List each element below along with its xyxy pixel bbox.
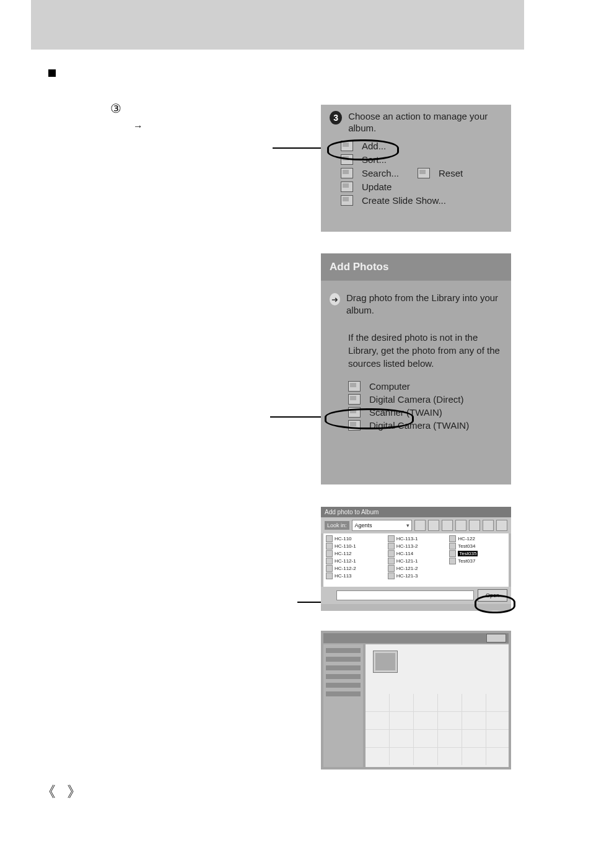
action-label: Create Slide Show... — [362, 195, 446, 206]
file-item[interactable]: HC-112-1 — [326, 558, 383, 564]
source-icon — [348, 394, 361, 405]
action-search[interactable]: Search... — [341, 168, 399, 178]
pointer-line-1 — [273, 147, 322, 149]
file-label: Test037 — [458, 558, 475, 564]
file-icon — [388, 558, 395, 564]
toolbar-btn[interactable] — [414, 520, 426, 531]
double-angle-right: 》 — [67, 782, 82, 802]
file-item[interactable]: HC-110-1 — [326, 543, 383, 550]
source-scanner-twain[interactable]: Scanner (TWAIN) — [348, 407, 501, 418]
file-label: HC-121-1 — [396, 558, 418, 564]
action-label: Sort... — [362, 154, 387, 165]
bullet-icon — [48, 69, 56, 77]
action-icon — [341, 182, 353, 192]
file-item[interactable]: HC-121-2 — [388, 565, 445, 572]
source-icon — [348, 420, 361, 431]
file-icon — [388, 543, 395, 550]
sidebar-item[interactable] — [326, 683, 361, 688]
file-label: HC-112-2 — [335, 566, 356, 571]
action-icon — [341, 141, 353, 151]
file-icon — [388, 565, 395, 572]
sidebar-item[interactable] — [326, 665, 361, 670]
sidebar-item[interactable] — [326, 657, 361, 662]
file-item[interactable]: Test037 — [449, 558, 506, 564]
file-item[interactable]: Test034 — [449, 543, 506, 550]
step-badge-icon: 3 — [330, 111, 342, 125]
file-icon — [326, 535, 333, 542]
file-item[interactable]: HC-113-1 — [388, 535, 445, 542]
file-icon — [326, 558, 333, 564]
file-icon — [388, 535, 395, 542]
album-sidebar — [323, 644, 363, 767]
panel2-header: Add Photos — [321, 253, 511, 281]
action-sort[interactable]: Sort... — [341, 154, 504, 165]
file-item[interactable]: HC-110 — [326, 535, 383, 542]
double-angle-left: 《 — [41, 782, 56, 802]
action-reset[interactable]: Reset — [418, 168, 463, 178]
file-item[interactable]: HC-121-3 — [388, 572, 445, 579]
album-canvas[interactable] — [366, 644, 509, 767]
folder-select[interactable]: Agents — [352, 520, 412, 531]
sidebar-item[interactable] — [326, 691, 361, 696]
file-item[interactable]: HC-113 — [326, 572, 383, 579]
toolbar-btn[interactable] — [428, 520, 439, 531]
action-label: Reset — [439, 168, 463, 178]
file-list[interactable]: HC-110 HC-110-1 HC-112 HC-112-1 HC-112-2… — [323, 533, 509, 587]
panel1-title: Choose an action to manage your album. — [348, 111, 504, 134]
source-label: Digital Camera (TWAIN) — [369, 420, 469, 431]
file-item[interactable]: HC-112 — [326, 550, 383, 557]
source-label: Digital Camera (Direct) — [369, 394, 464, 405]
album-toolbar-dropdown[interactable] — [486, 634, 506, 642]
file-icon — [326, 550, 333, 557]
file-icon — [449, 550, 456, 557]
source-camera-twain[interactable]: Digital Camera (TWAIN) — [348, 420, 501, 431]
action-icon — [418, 168, 430, 178]
action-icon — [341, 168, 353, 178]
source-icon — [348, 381, 361, 392]
file-item[interactable]: HC-113-2 — [388, 543, 445, 550]
toolbar-btn[interactable] — [483, 520, 494, 531]
sidebar-item[interactable] — [326, 648, 361, 653]
source-camera-direct[interactable]: Digital Camera (Direct) — [348, 394, 501, 405]
file-icon — [326, 543, 333, 550]
file-label: HC-113-2 — [396, 543, 418, 549]
action-add[interactable]: Add... — [341, 141, 504, 151]
source-computer[interactable]: Computer — [348, 381, 501, 392]
file-icon — [388, 572, 395, 579]
sidebar-item[interactable] — [326, 674, 361, 679]
album-toolbar — [323, 633, 509, 643]
file-label: HC-114 — [396, 551, 414, 556]
arrow-circle-icon: ➜ — [330, 293, 340, 305]
header-bar — [31, 0, 524, 50]
toolbar-btn[interactable] — [469, 520, 480, 531]
panel-manage-album: 3 Choose an action to manage your album.… — [321, 105, 511, 232]
file-icon — [388, 550, 395, 557]
filename-field[interactable] — [336, 590, 475, 600]
file-item-selected[interactable]: Test035 — [449, 550, 506, 557]
source-icon — [348, 407, 361, 418]
file-label: HC-122 — [458, 536, 475, 541]
circled-three-symbol: ③ — [110, 101, 121, 116]
file-item[interactable]: HC-122 — [449, 535, 506, 542]
file-label: HC-121-2 — [396, 566, 418, 571]
file-icon — [449, 543, 456, 550]
action-update[interactable]: Update — [341, 182, 504, 192]
dialog-title: Add photo to Album — [321, 507, 511, 517]
file-item[interactable]: HC-112-2 — [326, 565, 383, 572]
file-icon — [326, 565, 333, 572]
file-label: Test035 — [458, 551, 478, 556]
file-item[interactable]: HC-121-1 — [388, 558, 445, 564]
panel-file-dialog: Add photo to Album Look in: Agents HC-11… — [321, 507, 511, 611]
toolbar-btn[interactable] — [496, 520, 507, 531]
pointer-line-2 — [270, 416, 322, 418]
file-label: HC-110 — [335, 536, 352, 541]
action-icon — [341, 195, 353, 206]
source-label: Scanner (TWAIN) — [369, 407, 442, 418]
open-button[interactable]: Open — [478, 589, 507, 602]
file-item[interactable]: HC-114 — [388, 550, 445, 557]
action-label: Update — [362, 182, 392, 192]
photo-thumbnail[interactable] — [373, 651, 398, 673]
toolbar-btn[interactable] — [442, 520, 453, 531]
action-slideshow[interactable]: Create Slide Show... — [341, 195, 504, 206]
toolbar-btn[interactable] — [455, 520, 466, 531]
